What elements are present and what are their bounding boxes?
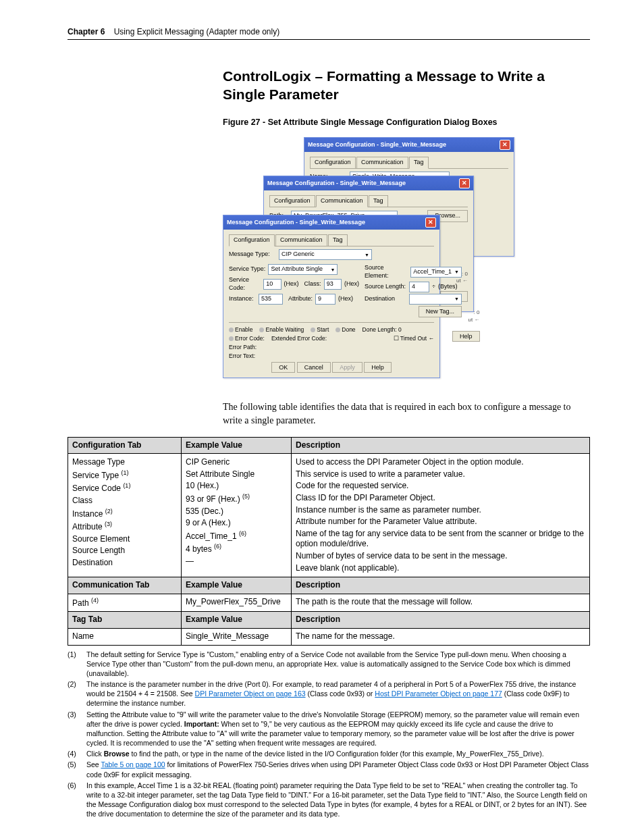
config-values-cell: CIP GenericSet Attribute Single10 (Hex.)… [182, 454, 292, 577]
chapter-title: Using Explicit Messaging (Adapter mode o… [114, 27, 279, 36]
help-button[interactable]: Help [364, 362, 392, 373]
link-host-dpi[interactable]: Host DPI Parameter Object on page 177 [375, 689, 502, 698]
class-label: Class: [304, 280, 321, 288]
msg-type-combo[interactable]: CIP Generic▼ [279, 249, 372, 260]
chapter-label: Chapter 6 [68, 27, 105, 36]
th-tag: Tag Tab [68, 612, 182, 629]
svc-type-combo[interactable]: Set Attribute Single▼ [268, 264, 338, 275]
instance-field[interactable]: 535 [259, 294, 283, 305]
tab-comm[interactable]: Communication [316, 195, 368, 207]
th-comm: Communication Tab [68, 577, 182, 594]
th-config: Configuration Tab [68, 437, 182, 454]
chevron-down-icon: ▼ [365, 252, 369, 258]
src-elem-combo[interactable]: Accel_Time_1▼ [410, 267, 462, 278]
tab-comm[interactable]: Communication [356, 157, 408, 169]
th-example: Example Value [182, 577, 292, 594]
tab-tag[interactable]: Tag [369, 195, 388, 207]
link-table5[interactable]: Table 5 on page 100 [101, 760, 165, 768]
dialog-title: Message Configuration - Single_Write_Mes… [267, 180, 406, 188]
parameter-table: Configuration Tab Example Value Descript… [68, 437, 590, 646]
attribute-label: Attribute: [288, 295, 313, 303]
dest-combo[interactable]: ▼ [409, 294, 462, 305]
figure-27: Message Configuration - Single_Write_Mes… [223, 137, 590, 387]
config-desc-cell: Used to access the DPI Parameter Object … [292, 454, 590, 577]
instance-label: Instance: [229, 295, 256, 303]
src-len-field[interactable]: 4 [409, 282, 429, 292]
class-field[interactable]: 93 [324, 279, 342, 290]
msg-type-label: Message Type: [229, 251, 276, 259]
close-icon[interactable]: ✕ [500, 140, 510, 150]
config-params-cell: Message TypeService Type (1)Service Code… [68, 454, 182, 577]
link-dpi-param[interactable]: DPI Parameter Object on page 163 [195, 689, 306, 698]
figure-caption: Figure 27 - Set Attribute Single Message… [223, 117, 590, 128]
dialog-title: Message Configuration - Single_Write_Mes… [308, 141, 446, 149]
help-button[interactable]: Help [452, 331, 480, 342]
footnotes: (1)The default setting for Service Type … [68, 650, 590, 819]
tab-config[interactable]: Configuration [229, 234, 275, 246]
svc-type-label: Service Type: [229, 265, 265, 273]
chevron-down-icon: ▼ [454, 296, 459, 302]
chevron-down-icon: ▼ [330, 267, 335, 273]
tab-config[interactable]: Configuration [269, 195, 315, 207]
cancel-button[interactable]: Cancel [297, 362, 331, 373]
src-elem-label: Source Element: [365, 264, 408, 280]
close-icon[interactable]: ✕ [425, 217, 436, 228]
body-paragraph: The following table identifies the data … [223, 400, 590, 427]
th-desc: Description [292, 612, 590, 629]
running-header: Chapter 6 Using Explicit Messaging (Adap… [68, 27, 590, 40]
src-len-label: Source Length: [365, 283, 406, 291]
svc-code-field[interactable]: 10 [263, 279, 281, 290]
dest-label: Destination [365, 295, 406, 303]
chevron-down-icon: ▼ [454, 269, 459, 275]
apply-button[interactable]: Apply [332, 362, 363, 373]
th-desc: Description [292, 577, 590, 594]
dialog-title: Message Configuration - Single_Write_Mes… [227, 219, 365, 227]
th-desc: Description [292, 437, 590, 454]
tab-tag[interactable]: Tag [409, 157, 429, 169]
section-title: ControlLogix – Formatting a Message to W… [223, 67, 590, 104]
svc-code-label: Service Code: [229, 276, 261, 292]
tab-comm[interactable]: Communication [275, 234, 327, 246]
tab-config[interactable]: Configuration [310, 157, 356, 169]
ok-button[interactable]: OK [271, 362, 295, 373]
th-example: Example Value [182, 437, 292, 454]
close-icon[interactable]: ✕ [459, 178, 470, 188]
th-example: Example Value [182, 612, 292, 629]
tab-tag[interactable]: Tag [328, 234, 348, 246]
attribute-field[interactable]: 9 [315, 294, 336, 305]
dialog-config: Message Configuration - Single_Write_Mes… [223, 215, 440, 378]
